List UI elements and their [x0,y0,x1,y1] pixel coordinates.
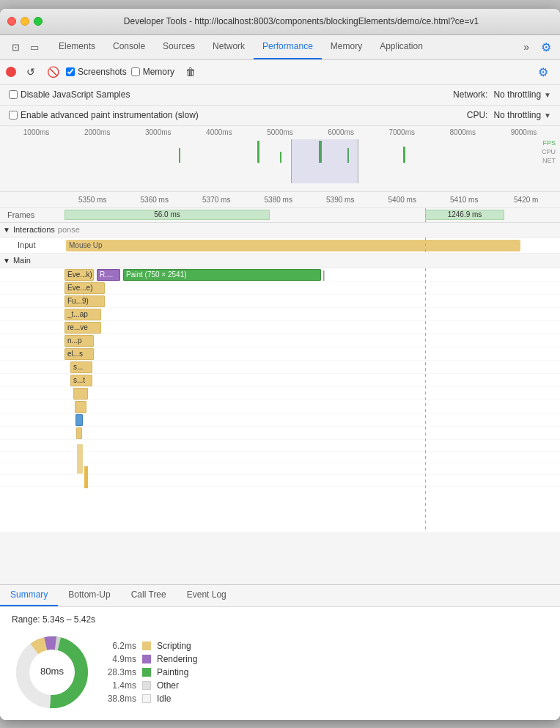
legend-scripting: 6.2ms Scripting [107,641,197,651]
cpu-label-ov: CPU [542,148,556,155]
settings-icon[interactable]: ⚙ [535,40,557,54]
flame-block-11[interactable] [75,414,83,426]
cpu-label: CPU: [467,110,488,120]
flame-block-fu[interactable]: Fu...9) [65,295,105,307]
painting-color [142,668,151,677]
overview-canvas[interactable] [0,139,560,183]
tabs-bar: ⊡ ▭ Elements Console Sources Network Per… [0,35,560,60]
time-ruler-row: 5350 ms 5360 ms 5370 ms 5380 ms 5390 ms … [0,192,560,208]
reload-record-button[interactable]: ↺ [22,63,40,81]
titlebar: Developer Tools - http://localhost:8003/… [0,9,560,35]
main-label: Main [13,256,31,265]
summary-panel: Range: 5.34s – 5.42s [0,607,560,720]
network-value: No throttling [493,89,541,100]
enable-paint-checkbox[interactable] [9,111,18,120]
tab-bottom-up[interactable]: Bottom-Up [58,585,120,606]
trash-button[interactable]: 🗑 [182,63,199,81]
donut-svg: 80ms [12,632,92,713]
tab-console[interactable]: Console [104,35,154,59]
flame-block-eve-k[interactable]: Eve...k) [65,269,94,281]
event-log-tab-label: Event Log [187,589,226,600]
more-tabs-button[interactable]: » [517,41,535,53]
flame-block-t-ap[interactable]: _t...ap [65,309,101,320]
tabs: Elements Console Sources Network Perform… [50,35,517,59]
main-section-header[interactable]: ▼ Main [0,254,560,268]
legend-painting: 28.3ms Painting [107,667,197,677]
flame-block-paint[interactable]: Paint (750 × 2541) [123,269,321,281]
flame-block-s1[interactable]: s... [70,361,92,373]
tab-performance[interactable]: Performance [254,35,322,59]
close-button[interactable] [7,17,16,26]
time-label-0: 5350 ms [62,196,124,204]
timeline-overview[interactable]: 1000ms 2000ms 3000ms 4000ms 5000ms 6000m… [0,126,560,192]
ruler-tick-7: 8000ms [432,128,493,136]
time-label-5: 5400 ms [372,196,434,204]
rendering-label: Rendering [157,654,197,664]
flame-block-10[interactable] [75,401,86,413]
tab-call-tree[interactable]: Call Tree [121,585,177,606]
paint-icon: | [323,269,325,281]
tab-network[interactable]: Network [204,35,254,59]
tab-summary[interactable]: Summary [0,585,58,606]
network-dropdown-arrow[interactable]: ▼ [544,91,551,99]
frames-row: Frames 56.0 ms 1246.9 ms [0,208,560,223]
traffic-lights [7,17,43,26]
flame-area[interactable]: Eve...k) R.... Paint (750 × 2541) | Eve.… [0,268,560,532]
tab-elements[interactable]: Elements [50,35,104,59]
response-label: ponse [58,225,80,234]
frame-2-label: 1246.9 ms [448,210,482,218]
selected-range[interactable] [291,139,358,183]
tab-event-log[interactable]: Event Log [177,585,237,606]
flame-row-3: _t...ap [0,308,560,321]
summary-content: 80ms 6.2ms Scripting 4.9ms R [12,632,548,713]
tab-icons: ⊡ ▭ [3,39,47,55]
tab-memory[interactable]: Memory [322,35,371,59]
flame-block-el-s[interactable]: el...s [65,348,94,360]
flame-row-14 [0,452,560,463]
ruler-tick-6: 7000ms [372,128,432,136]
mouse-up-bar[interactable]: Mouse Up [66,240,520,251]
ruler-tick-5: 6000ms [311,128,372,136]
frame-bar-2[interactable]: 1246.9 ms [425,210,504,220]
rendering-color [142,655,151,663]
device-toolbar-icon[interactable]: ▭ [26,39,43,55]
bottom-panel: Summary Bottom-Up Call Tree Event Log Ra… [0,584,560,720]
screenshots-checkbox[interactable] [66,67,75,76]
network-label: Network: [453,89,487,100]
gear-icon[interactable]: ⚙ [532,65,554,79]
interactions-section-header[interactable]: ▼ Interactions ponse [0,223,560,238]
cpu-dropdown-arrow[interactable]: ▼ [544,111,551,120]
activity-spike-1 [179,148,180,163]
disable-js-samples-checkbox[interactable] [9,90,18,99]
flame-block-r[interactable]: R.... [97,269,120,281]
flame-row-8: s...t [0,374,560,387]
flame-block-s2[interactable]: s...t [70,375,92,386]
element-picker-icon[interactable]: ⊡ [7,39,23,55]
tab-application[interactable]: Application [371,35,432,59]
tab-sources[interactable]: Sources [154,35,204,59]
scripting-value: 6.2ms [107,641,136,651]
painting-value: 28.3ms [107,667,136,677]
maximize-button[interactable] [34,17,43,26]
flame-row-6: el...s [0,348,560,361]
record-button[interactable] [6,67,16,77]
memory-checkbox-group: Memory [131,67,174,77]
frame-bar-1[interactable]: 56.0 ms [65,210,270,220]
minimize-button[interactable] [21,17,29,26]
other-label: Other [157,680,179,691]
screenshots-label: Screenshots [78,67,127,77]
ruler-tick-3: 4000ms [188,128,249,136]
ruler-tick-4: 5000ms [249,128,310,136]
memory-checkbox[interactable] [131,67,140,76]
flame-row-5: n...p [0,334,560,348]
clear-button[interactable]: 🚫 [44,63,62,81]
flame-block-n-p[interactable]: n...p [65,335,94,347]
options-row-1: Disable JavaScript Samples Network: No t… [0,85,560,106]
painting-label: Painting [157,667,188,677]
flame-block-eve-e[interactable]: Eve...e) [65,282,105,294]
flame-block-9[interactable] [73,388,88,400]
main-content: 5350 ms 5360 ms 5370 ms 5380 ms 5390 ms … [0,192,560,720]
flame-block-re-ve[interactable]: re...ve [65,322,101,334]
flame-block-12[interactable] [76,427,82,439]
interactions-label: Interactions [13,225,55,234]
